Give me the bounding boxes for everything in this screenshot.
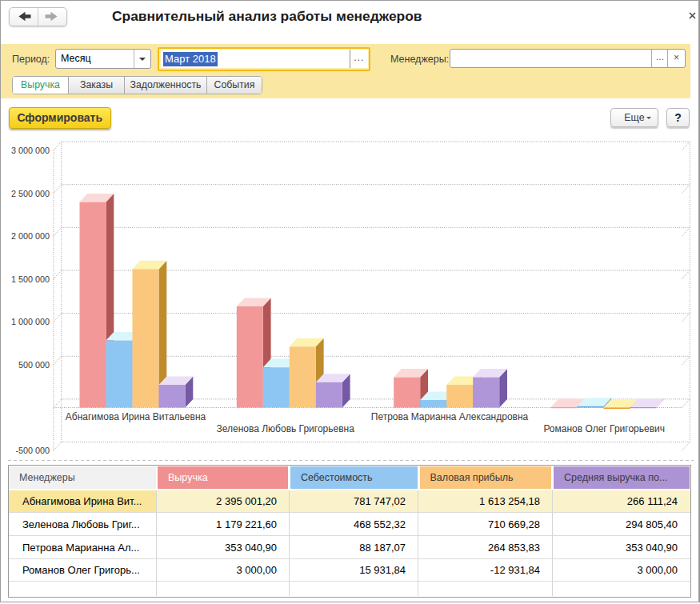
svg-text:1 500 000: 1 500 000 (11, 274, 50, 284)
svg-text:Романов Олег Григорьевич: Романов Олег Григорьевич (543, 423, 665, 434)
svg-text:Петрова Марианна Александровна: Петрова Марианна Александровна (371, 411, 529, 422)
svg-text:Зеленова Любовь Григорьевна: Зеленова Любовь Григорьевна (216, 423, 354, 434)
svg-text:2 000 000: 2 000 000 (11, 231, 50, 241)
svg-text:Абнагимова Ирина Витальевна: Абнагимова Ирина Витальевна (66, 411, 206, 422)
svg-text:3 000 000: 3 000 000 (11, 146, 50, 155)
svg-text:2 500 000: 2 500 000 (11, 189, 50, 198)
svg-text:500 000: 500 000 (18, 360, 50, 370)
svg-text:-500 000: -500 000 (15, 446, 50, 455)
svg-text:1 000 000: 1 000 000 (11, 317, 50, 326)
